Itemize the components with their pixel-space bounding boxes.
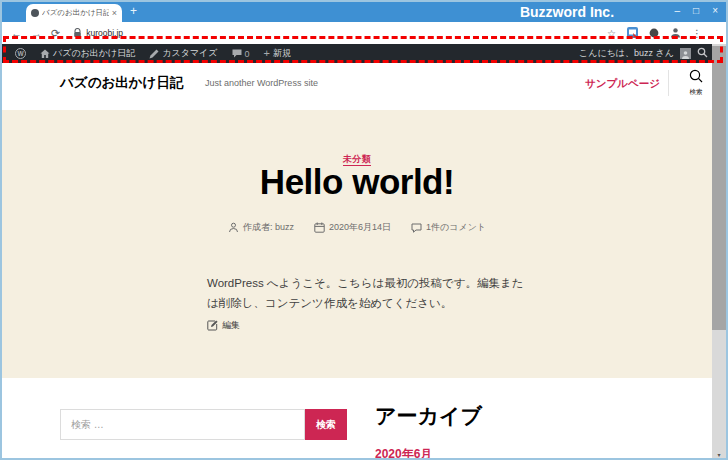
comment-bubble-icon [411, 223, 422, 233]
tab-close-icon[interactable]: × [112, 9, 117, 18]
header-search-button[interactable]: 検索 [683, 69, 709, 97]
wp-logo-button[interactable]: W [8, 44, 33, 63]
post-meta: 作成者: buzz 2020年6月14日 1件のコメント [2, 221, 712, 234]
header-divider [668, 70, 669, 96]
wordpress-logo-icon: W [15, 48, 26, 59]
browser-tab[interactable]: バズのお出かけ日記 - Just another × [26, 4, 122, 22]
adminbar-greeting-link[interactable]: こんにちは、buzz さん [579, 47, 674, 60]
person-icon [228, 222, 239, 233]
edit-post-link[interactable]: 編集 [207, 319, 240, 332]
adminbar-new[interactable]: + 新規 [257, 44, 298, 63]
date-link[interactable]: 2020年6月14日 [314, 221, 391, 234]
capture-extension-icon[interactable] [627, 24, 638, 42]
reload-button[interactable]: ⟳ [51, 27, 60, 40]
toolbar-right-icons: ☆ ⋮ [607, 24, 702, 42]
avatar[interactable] [680, 48, 691, 59]
browser-menu-icon[interactable]: ⋮ [692, 28, 702, 39]
date-label: 2020年6月14日 [329, 221, 391, 234]
window-controls: – □ × [675, 5, 718, 16]
minimize-button[interactable]: – [675, 5, 681, 16]
url-text: kuroobi.jp [86, 28, 123, 38]
titlebar: バズのお出かけ日記 - Just another × + Buzzword In… [2, 2, 726, 22]
comments-link[interactable]: 1件のコメント [411, 221, 486, 234]
window-title: Buzzword Inc. [492, 4, 642, 20]
post-body-text: WordPress へようこそ。こちらは最初の投稿です。編集または削除し、コンテ… [207, 274, 531, 314]
browser-toolbar: ← → ⟳ kuroobi.jp ☆ ⋮ [2, 22, 726, 44]
maximize-button[interactable]: □ [693, 5, 699, 16]
adminbar-customize[interactable]: カスタマイズ [142, 44, 224, 63]
new-tab-button[interactable]: + [130, 4, 137, 18]
adminbar-comment-count: 0 [245, 49, 250, 59]
tab-title: バズのお出かけ日記 - Just another [42, 8, 109, 18]
scrollbar-thumb[interactable] [712, 46, 726, 330]
adminbar-site-name-label: バズのお出かけ日記 [53, 47, 135, 60]
comments-label: 1件のコメント [426, 221, 486, 234]
home-icon [40, 49, 50, 59]
archive-heading: アーカイブ [375, 402, 482, 430]
calendar-icon [314, 222, 325, 233]
adminbar-customize-label: カスタマイズ [162, 47, 217, 60]
adminbar-new-label: 新規 [273, 47, 291, 60]
site-favicon-icon [31, 9, 39, 17]
edit-icon [207, 320, 218, 331]
adminbar-right: こんにちは、buzz さん [579, 47, 708, 60]
profile-icon[interactable] [670, 24, 681, 42]
adminbar-search-icon[interactable] [697, 47, 708, 60]
footer-widgets: 検索 アーカイブ 2020年6月 [2, 378, 726, 460]
post-content-area: 未分類 Hello world! 作成者: buzz 2020年6月14日 1件… [2, 110, 726, 378]
scrollbar-down-arrow[interactable]: ▾ [712, 451, 726, 458]
close-button[interactable]: × [712, 5, 718, 16]
site-title-link[interactable]: バズのお出かけ日記 [60, 74, 183, 92]
address-bar[interactable]: kuroobi.jp [73, 28, 123, 38]
search-input[interactable] [60, 409, 305, 440]
nav-sample-page-link[interactable]: サンプルページ [585, 77, 660, 91]
author-link[interactable]: 作成者: buzz [228, 221, 294, 234]
search-icon [689, 69, 703, 83]
adminbar-comments[interactable]: 0 [225, 44, 257, 63]
adminbar-site-name[interactable]: バズのお出かけ日記 [33, 44, 142, 63]
header-search-label: 検索 [683, 88, 709, 97]
edit-label: 編集 [222, 319, 240, 332]
author-label: 作成者: buzz [243, 221, 294, 234]
forward-button[interactable]: → [31, 27, 42, 39]
lock-icon [73, 28, 82, 38]
site-tagline: Just another WordPress site [205, 78, 318, 88]
comment-icon [232, 49, 242, 58]
vertical-scrollbar[interactable]: ▾ [712, 44, 726, 458]
bookmark-star-icon[interactable]: ☆ [607, 28, 616, 39]
extension-icon[interactable] [649, 24, 659, 42]
browser-window: バズのお出かけ日記 - Just another × + Buzzword In… [0, 0, 728, 460]
wp-admin-bar: W バズのお出かけ日記 カスタマイズ 0 + 新規 こんにちは、buzz さん [2, 44, 726, 63]
post-title[interactable]: Hello world! [2, 162, 712, 202]
plus-icon: + [264, 48, 270, 59]
pencil-icon [149, 49, 159, 59]
back-button[interactable]: ← [11, 27, 22, 39]
search-submit-button[interactable]: 検索 [305, 409, 347, 440]
archive-month-link[interactable]: 2020年6月 [375, 446, 432, 460]
site-header: バズのお出かけ日記 Just another WordPress site サン… [2, 63, 726, 110]
